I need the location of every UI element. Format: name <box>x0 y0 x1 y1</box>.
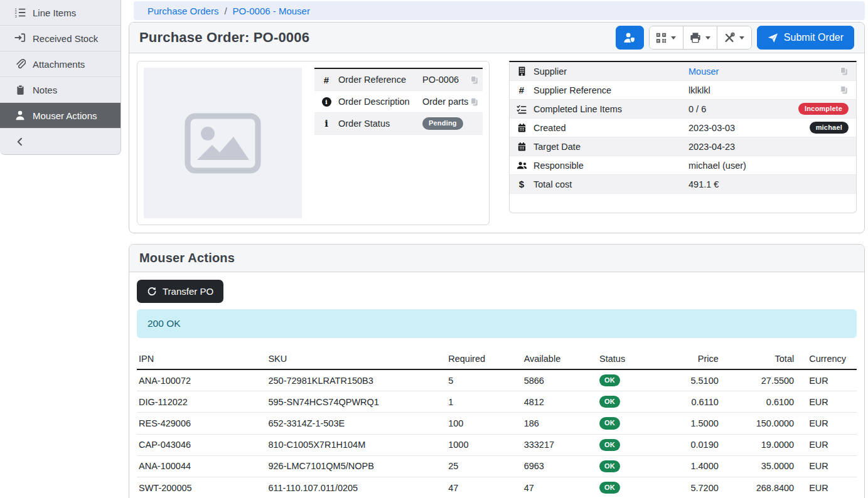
detail-row-created: Created 2023-03-03 michael <box>510 119 856 137</box>
table-header-row: IPN SKU Required Available Status Price … <box>137 351 857 369</box>
submit-order-label: Submit Order <box>784 32 844 43</box>
breadcrumb-separator: / <box>224 6 227 16</box>
column-header-available: Available <box>522 351 597 369</box>
mouser-actions-title: Mouser Actions <box>139 251 235 265</box>
table-row: ANA-100044 926-LMC7101QM5/NOPB 25 6963 O… <box>137 455 857 477</box>
supplier-details-table: Supplier Mouser # Supplier Reference lkl… <box>509 61 857 213</box>
tools-icon <box>724 32 735 43</box>
table-row: SWT-200005 611-110.107.011/0205 47 47 OK… <box>137 477 857 498</box>
detail-row-target-date: Target Date 2023-04-23 <box>510 137 856 156</box>
order-image-placeholder[interactable] <box>144 68 302 218</box>
column-header-required: Required <box>446 351 522 369</box>
svg-text:3: 3 <box>14 14 16 18</box>
detail-row-empty <box>510 194 856 213</box>
mouser-actions-panel: Mouser Actions Transfer PO 200 OK <box>129 244 865 498</box>
sidebar-item-attachments[interactable]: Attachments <box>0 51 121 77</box>
copy-icon[interactable] <box>839 85 849 95</box>
column-header-ipn: IPN <box>137 351 266 369</box>
incomplete-badge: Incomplete <box>798 103 849 115</box>
status-badge: OK <box>599 396 620 408</box>
sidebar-item-label: Line Items <box>33 8 76 18</box>
sidebar-item-label: Received Stock <box>33 33 98 44</box>
order-card: # Order Reference PO-0006 i Order Descri… <box>137 61 490 225</box>
copy-icon[interactable] <box>839 66 849 77</box>
table-row: DIG-112022 595-SN74HCS74QPWRQ1 1 4812 OK… <box>137 391 857 413</box>
sidebar-item-label: Attachments <box>33 59 85 70</box>
table-row: ANA-100072 250-72981KLRATR150B3 5 5866 O… <box>137 369 857 391</box>
copy-icon[interactable] <box>469 75 479 85</box>
hash-icon: # <box>324 75 329 85</box>
info-icon: i <box>324 118 328 129</box>
paperclip-icon <box>8 58 33 70</box>
column-header-currency: Currency <box>799 351 857 369</box>
sidebar-item-line-items[interactable]: 123 Line Items <box>0 0 121 26</box>
column-header-price: Price <box>670 351 724 369</box>
printer-icon <box>690 32 701 43</box>
status-badge: Pending <box>422 117 463 129</box>
column-header-sku: SKU <box>266 351 446 369</box>
image-icon <box>185 113 261 174</box>
detail-row-order-status: i Order Status Pending <box>314 113 483 135</box>
chevron-down-icon <box>739 36 744 40</box>
breadcrumb: Purchase Orders / PO-0006 - Mouser <box>134 1 865 20</box>
column-header-status: Status <box>597 351 670 369</box>
alert-text: 200 OK <box>147 318 181 329</box>
supplier-link[interactable]: Mouser <box>689 66 839 77</box>
transfer-po-label: Transfer PO <box>163 286 213 297</box>
order-actions-button[interactable] <box>717 26 751 49</box>
order-panel: Purchase Order: PO-0006 <box>129 22 865 233</box>
sidebar: 123 Line Items Received Stock Attachment… <box>0 0 121 155</box>
user-icon <box>8 110 33 121</box>
chevron-down-icon <box>671 36 676 40</box>
chevron-down-icon <box>705 36 710 40</box>
status-badge: OK <box>599 374 620 386</box>
table-row: RES-429006 652-3314Z-1-503E 100 186 OK 1… <box>137 413 857 434</box>
detail-row-responsible: Responsible michael (user) <box>510 156 856 175</box>
status-badge: OK <box>599 482 620 494</box>
breadcrumb-link-purchase-orders[interactable]: Purchase Orders <box>147 6 218 16</box>
page: 123 Line Items Received Stock Attachment… <box>0 0 868 498</box>
mouser-actions-header: Mouser Actions <box>129 245 864 272</box>
barcode-actions-button[interactable] <box>650 26 683 49</box>
users-icon <box>517 161 527 170</box>
user-shield-icon <box>623 31 636 45</box>
transfer-po-button[interactable]: Transfer PO <box>137 280 223 303</box>
clipboard-icon <box>8 85 33 95</box>
page-title: Purchase Order: PO-0006 <box>139 29 309 46</box>
list-check-icon <box>517 104 527 114</box>
sidebar-item-received-stock[interactable]: Received Stock <box>0 26 121 51</box>
list-ol-icon: 123 <box>8 7 33 18</box>
order-panel-header: Purchase Order: PO-0006 <box>129 23 864 53</box>
toolbar: Submit Order <box>616 26 854 50</box>
calendar-icon <box>517 142 527 152</box>
order-details-table: # Order Reference PO-0006 i Order Descri… <box>314 68 483 135</box>
rotate-icon <box>147 287 157 297</box>
sidebar-item-notes[interactable]: Notes <box>0 77 121 103</box>
status-alert: 200 OK <box>137 309 857 338</box>
chevron-left-icon <box>8 137 33 147</box>
detail-row-total-cost: $ Total cost 491.1 € <box>510 175 856 194</box>
main-content: Purchase Orders / PO-0006 - Mouser Purch… <box>129 0 865 498</box>
hash-icon: # <box>519 85 524 95</box>
status-badge: OK <box>599 439 620 451</box>
detail-row-completed-line-items: Completed Line Items 0 / 6 Incomplete <box>510 100 856 119</box>
breadcrumb-link-current-order[interactable]: PO-0006 - Mouser <box>233 6 310 16</box>
detail-row-order-reference: # Order Reference PO-0006 <box>314 69 483 91</box>
admin-button[interactable] <box>616 26 644 50</box>
user-badge: michael <box>810 122 849 134</box>
submit-order-button[interactable]: Submit Order <box>757 26 854 50</box>
mouser-actions-body: Transfer PO 200 OK IPN SKU Required <box>129 272 864 498</box>
detail-row-supplier-reference: # Supplier Reference lklklkl <box>510 81 856 100</box>
status-badge: OK <box>599 417 620 429</box>
sidebar-collapse-button[interactable] <box>0 129 121 154</box>
sign-in-icon <box>8 33 33 44</box>
column-header-total: Total <box>724 351 799 369</box>
print-actions-button[interactable] <box>683 26 717 49</box>
copy-icon[interactable] <box>469 97 479 107</box>
detail-row-supplier: Supplier Mouser <box>510 62 856 81</box>
status-badge: OK <box>599 460 620 472</box>
calendar-icon <box>517 123 527 133</box>
sidebar-item-mouser-actions[interactable]: Mouser Actions <box>0 103 121 129</box>
info-circle-icon: i <box>322 97 331 107</box>
table-row: CAP-043046 810-C1005X7R1H104M 1000 33321… <box>137 434 857 455</box>
